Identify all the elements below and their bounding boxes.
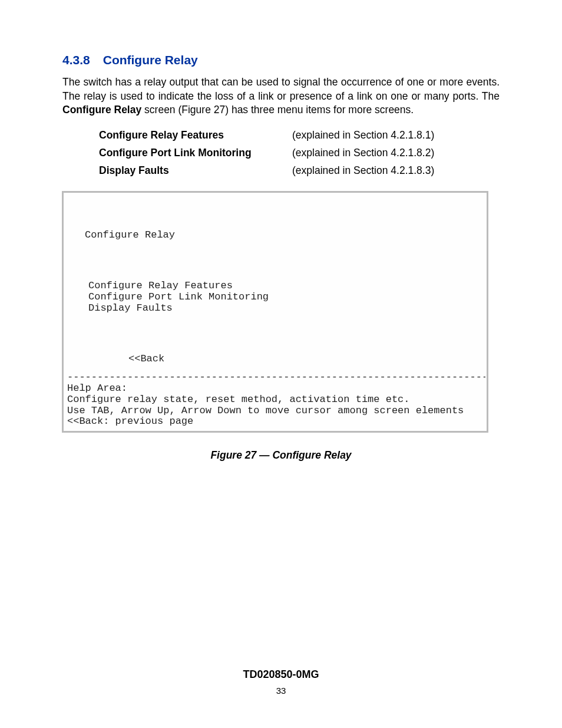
doc-id: TD020850-0MG: [0, 668, 562, 681]
terminal-help-line: Use TAB, Arrow Up, Arrow Down to move cu…: [67, 405, 464, 416]
terminal-hr: ----------------------------------------…: [67, 372, 485, 383]
terminal-help-line: <<Back: previous page: [67, 416, 193, 427]
para-prefix: The switch has a relay output that can b…: [62, 76, 500, 102]
terminal-help-line: Configure relay state, reset method, act…: [67, 394, 410, 405]
terminal-menu: Configure Relay Features Configure Port …: [88, 281, 483, 314]
feature-ref: (explained in Section 4.2.1.8.3): [292, 164, 434, 177]
figure-caption: Figure 27 — Configure Relay: [62, 449, 500, 462]
para-suffix: screen (Figure 27) has three menu items …: [141, 104, 414, 116]
terminal-menu-item: Display Faults: [88, 302, 173, 314]
feature-name: Display Faults: [99, 164, 292, 177]
section-number: 4.3.8: [62, 53, 90, 67]
terminal-help-area: ----------------------------------------…: [67, 372, 485, 427]
feature-name: Configure Relay Features: [99, 129, 292, 141]
body-paragraph: The switch has a relay output that can b…: [62, 75, 500, 117]
feature-row: Display Faults (explained in Section 4.2…: [99, 164, 500, 177]
feature-ref: (explained in Section 4.2.1.8.1): [292, 129, 434, 141]
terminal-title: Configure Relay: [85, 230, 483, 241]
section-heading: 4.3.8Configure Relay: [62, 53, 500, 67]
terminal-back: <<Back: [128, 354, 483, 365]
terminal-menu-item: Configure Port Link Monitoring: [88, 291, 269, 302]
feature-table: Configure Relay Features (explained in S…: [99, 129, 500, 177]
para-bold: Configure Relay: [62, 104, 141, 116]
feature-row: Configure Relay Features (explained in S…: [99, 129, 500, 141]
terminal-menu-item: Configure Relay Features: [88, 280, 233, 291]
page-footer: TD020850-0MG 33: [0, 668, 562, 696]
page-number: 33: [0, 686, 562, 696]
terminal-help-line: Help Area:: [67, 383, 127, 394]
section-title: Configure Relay: [103, 53, 198, 67]
feature-row: Configure Port Link Monitoring (explaine…: [99, 147, 500, 159]
feature-ref: (explained in Section 4.2.1.8.2): [292, 147, 434, 159]
terminal-screenshot: Configure Relay Configure Relay Features…: [62, 191, 488, 433]
feature-name: Configure Port Link Monitoring: [99, 147, 292, 159]
